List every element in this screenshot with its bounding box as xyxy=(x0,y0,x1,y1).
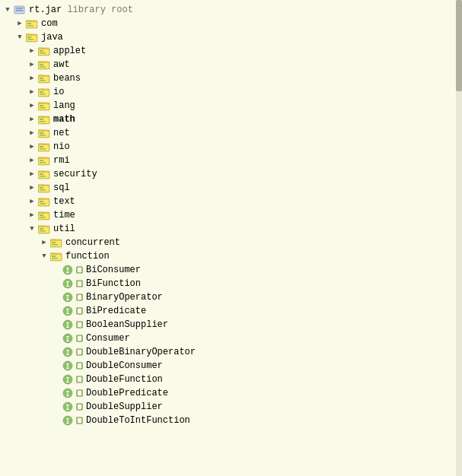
tree-item-BiPredicate[interactable]: I BiPredicate xyxy=(0,304,462,318)
tree-item-BiFunction[interactable]: I BiFunction xyxy=(0,277,462,290)
tree-item-DoubleFunction[interactable]: I DoubleFunction xyxy=(0,373,462,386)
icon-security xyxy=(38,169,50,179)
icon-text xyxy=(38,196,50,207)
label-BiConsumer: BiConsumer xyxy=(86,265,141,275)
tree-item-DoubleBinaryOperator[interactable]: I DoubleBinaryOperator xyxy=(0,345,462,359)
arrow-DoubleSupplier[interactable] xyxy=(52,402,61,411)
arrow-java[interactable] xyxy=(15,33,24,42)
arrow-beans[interactable] xyxy=(27,74,37,83)
scrollbar-thumb[interactable] xyxy=(456,0,462,91)
tree-item-beans[interactable]: beans xyxy=(0,71,462,85)
tree-item-security[interactable]: security xyxy=(0,167,462,181)
svg-rect-72 xyxy=(40,203,46,205)
tree-item-com[interactable]: com xyxy=(0,17,462,30)
arrow-concurrent[interactable] xyxy=(40,238,49,247)
arrow-awt[interactable] xyxy=(27,60,37,69)
tree-item-nio[interactable]: nio xyxy=(0,140,462,154)
svg-text:I: I xyxy=(66,377,70,384)
svg-rect-125 xyxy=(77,404,82,410)
icon-com xyxy=(26,18,38,29)
arrow-net[interactable] xyxy=(27,129,37,138)
svg-rect-113 xyxy=(77,349,82,355)
decorator-BinaryOperator xyxy=(76,292,84,303)
arrow-DoubleConsumer[interactable] xyxy=(52,361,61,370)
label-java: java xyxy=(41,32,63,43)
svg-rect-11 xyxy=(27,36,31,38)
tree-item-DoubleToIntFunction[interactable]: I DoubleToIntFunction xyxy=(0,414,462,427)
label-DoubleFunction: DoubleFunction xyxy=(86,374,163,385)
tree-item-concurrent[interactable]: concurrent xyxy=(0,236,462,249)
tree-item-java[interactable]: java xyxy=(0,30,462,44)
arrow-nio[interactable] xyxy=(27,142,37,151)
tree-item-lang[interactable]: lang xyxy=(0,99,462,113)
label-DoubleBinaryOperator: DoubleBinaryOperator xyxy=(86,347,196,357)
tree-item-Consumer[interactable]: I Consumer xyxy=(0,332,462,345)
icon-rt-jar xyxy=(14,5,26,15)
tree-item-BiConsumer[interactable]: I BiConsumer xyxy=(0,263,462,277)
tree-item-text[interactable]: text xyxy=(0,195,462,208)
arrow-DoubleFunction[interactable] xyxy=(52,375,61,384)
arrow-DoubleBinaryOperator[interactable] xyxy=(52,347,61,357)
tree-item-function[interactable]: function xyxy=(0,249,462,263)
tree-item-rt-jar[interactable]: rt.jar library root xyxy=(0,3,462,17)
label-function: function xyxy=(65,251,110,262)
arrow-BinaryOperator[interactable] xyxy=(52,293,61,302)
svg-rect-2 xyxy=(16,10,23,11)
tree-item-time[interactable]: time xyxy=(0,208,462,222)
tree-item-rmi[interactable]: rmi xyxy=(0,154,462,167)
arrow-time[interactable] xyxy=(27,211,37,220)
svg-rect-46 xyxy=(40,132,43,134)
arrow-lang[interactable] xyxy=(27,101,37,110)
label-Consumer: Consumer xyxy=(86,333,130,344)
arrow-applet[interactable] xyxy=(27,46,37,56)
arrow-math[interactable] xyxy=(27,115,37,124)
svg-rect-27 xyxy=(40,80,46,81)
tree-item-sql[interactable]: sql xyxy=(0,181,462,195)
label-rmi: rmi xyxy=(53,155,70,166)
arrow-BiPredicate[interactable] xyxy=(52,306,61,316)
icon-BiConsumer: I xyxy=(62,265,75,275)
icon-math xyxy=(38,114,50,125)
arrow-BiFunction[interactable] xyxy=(52,279,61,288)
arrow-rt-jar[interactable] xyxy=(3,5,12,14)
arrow-Consumer[interactable] xyxy=(52,334,61,343)
svg-rect-110 xyxy=(77,335,82,341)
icon-nio xyxy=(38,141,50,152)
tree-item-awt[interactable]: awt xyxy=(0,58,462,71)
arrow-util[interactable] xyxy=(27,224,37,233)
tree-item-DoublePredicate[interactable]: I DoublePredicate xyxy=(0,386,462,400)
tree-item-DoubleConsumer[interactable]: I DoubleConsumer xyxy=(0,359,462,373)
arrow-rmi[interactable] xyxy=(27,156,37,165)
tree-item-BinaryOperator[interactable]: I BinaryOperator xyxy=(0,290,462,304)
decorator-DoubleFunction xyxy=(76,374,84,385)
scrollbar[interactable] xyxy=(456,0,462,476)
svg-rect-71 xyxy=(40,201,43,202)
icon-DoublePredicate: I xyxy=(62,388,75,398)
arrow-BiConsumer[interactable] xyxy=(52,265,61,274)
arrow-BooleanSupplier[interactable] xyxy=(52,320,61,329)
icon-concurrent xyxy=(50,237,62,248)
arrow-com[interactable] xyxy=(15,19,24,28)
arrow-text[interactable] xyxy=(27,197,37,206)
tree-item-math[interactable]: math xyxy=(0,113,462,126)
tree-item-applet[interactable]: applet xyxy=(0,44,462,58)
arrow-sql[interactable] xyxy=(27,183,37,192)
svg-rect-17 xyxy=(40,52,46,54)
arrow-DoubleToIntFunction[interactable] xyxy=(52,416,61,425)
arrow-function[interactable] xyxy=(40,252,49,261)
label-io: io xyxy=(53,87,64,97)
label-text: text xyxy=(53,196,75,207)
svg-rect-26 xyxy=(40,78,43,79)
svg-rect-92 xyxy=(52,258,58,259)
arrow-security[interactable] xyxy=(27,170,37,179)
label-security: security xyxy=(53,169,97,179)
tree-item-net[interactable]: net xyxy=(0,126,462,140)
arrow-DoublePredicate[interactable] xyxy=(52,389,61,398)
svg-rect-61 xyxy=(40,173,43,175)
tree-container: rt.jar library root com java applet awt … xyxy=(0,0,462,476)
arrow-io[interactable] xyxy=(27,87,37,97)
tree-item-util[interactable]: util xyxy=(0,222,462,236)
tree-item-BooleanSupplier[interactable]: I BooleanSupplier xyxy=(0,318,462,332)
tree-item-io[interactable]: io xyxy=(0,85,462,99)
tree-item-DoubleSupplier[interactable]: I DoubleSupplier xyxy=(0,400,462,414)
